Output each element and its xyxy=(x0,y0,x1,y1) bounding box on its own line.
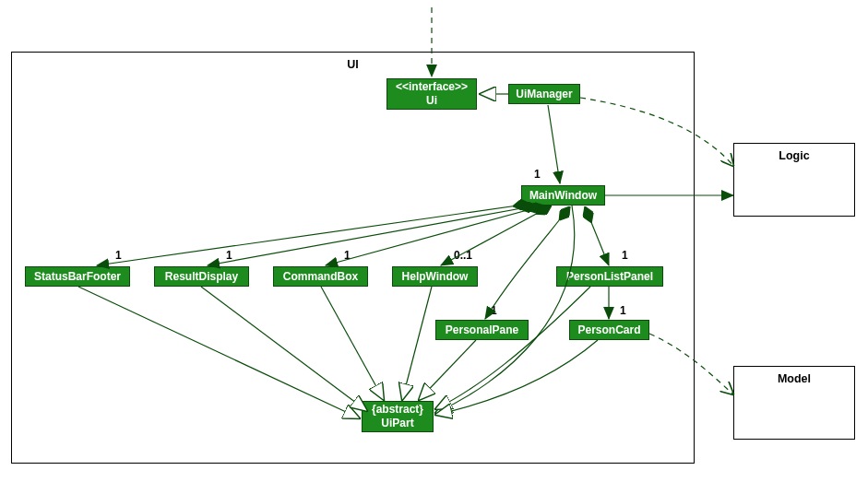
svg-line-6 xyxy=(326,206,544,265)
svg-line-11 xyxy=(201,287,367,411)
diagram-connectors: Logic (dashed dependency curved) --> Mod… xyxy=(0,0,868,482)
svg-line-8 xyxy=(585,206,609,265)
svg-line-2 xyxy=(548,105,560,183)
svg-line-13 xyxy=(402,287,432,400)
svg-line-5 xyxy=(208,206,537,265)
svg-line-4 xyxy=(97,204,530,265)
svg-line-10 xyxy=(78,287,360,418)
